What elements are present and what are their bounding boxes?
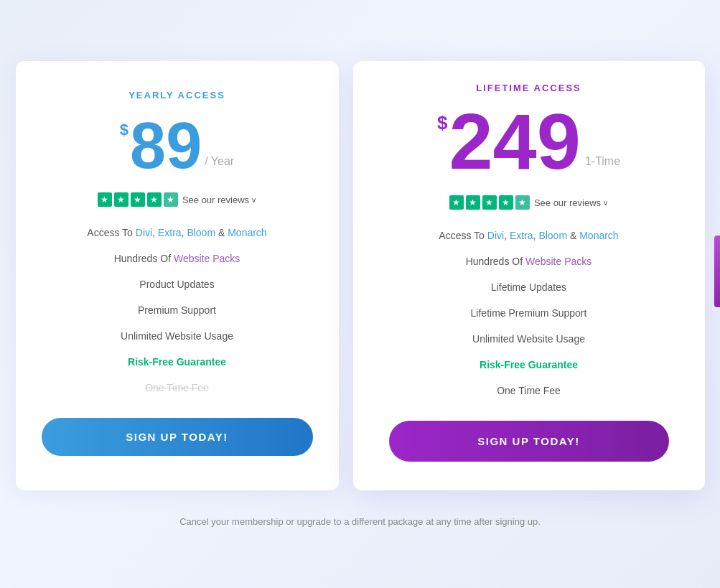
yearly-monarch-link[interactable]: Monarch [228,227,266,238]
yearly-risk-free: Risk-Free Guarantee [42,349,313,375]
lifetime-signup-button[interactable]: SIGN UP TODAY! [389,421,669,462]
lifetime-stars: ★ ★ ★ ★ ★ [449,195,530,210]
footer-note: Cancel your membership or upgrade to a d… [179,516,541,527]
yearly-label: YEARLY ACCESS [128,90,225,101]
yearly-reviews-link[interactable]: See our reviews ∨ [182,195,256,205]
lifetime-website-packs-link[interactable]: Website Packs [525,256,592,267]
lifetime-monarch-link[interactable]: Monarch [579,230,618,241]
lifetime-currency: $ [437,112,447,134]
yearly-currency: $ [120,121,128,139]
yearly-extra-link[interactable]: Extra [158,227,182,238]
star-5: ★ [164,192,178,207]
lifetime-reviews-text: See our reviews [534,197,601,208]
lifetime-website-packs: Hundreds Of Website Packs [389,248,669,274]
yearly-website-packs: Hundreds Of Website Packs [42,246,313,271]
lifetime-period: 1-Time [585,155,620,168]
yearly-chevron-icon: ∨ [251,196,256,204]
lifetime-features: Access To Divi, Extra, Bloom & Monarch H… [389,223,669,403]
yearly-reviews-text: See our reviews [182,195,249,205]
lifetime-one-time: One Time Fee [389,378,669,403]
yearly-features: Access To Divi, Extra, Bloom & Monarch H… [42,220,313,401]
lifetime-risk-free: Risk-Free Guarantee [389,352,669,378]
lifetime-bloom-link[interactable]: Bloom [538,230,567,241]
yearly-website-packs-link[interactable]: Website Packs [174,253,240,264]
lstar-4: ★ [499,195,513,210]
yearly-access-feature: Access To Divi, Extra, Bloom & Monarch [42,220,313,246]
right-edge-decoration [714,235,720,307]
yearly-stars: ★ ★ ★ ★ ★ [98,192,178,207]
lifetime-support: Lifetime Premium Support [389,300,669,326]
yearly-bloom-link[interactable]: Bloom [187,227,215,238]
lifetime-extra-link[interactable]: Extra [510,230,533,241]
lifetime-updates: Lifetime Updates [389,274,669,300]
lifetime-chevron-icon: ∨ [603,199,608,207]
yearly-product-updates: Product Updates [42,271,313,297]
lifetime-reviews-link[interactable]: See our reviews ∨ [534,197,608,208]
lifetime-price-row: $ 249 1-Time [437,102,620,181]
yearly-price-row: $ 89 / Year [120,113,234,178]
lifetime-card: LIFETIME ACCESS $ 249 1-Time ★ ★ ★ ★ ★ S… [353,61,705,490]
yearly-divi-link[interactable]: Divi [136,227,152,238]
star-4: ★ [147,192,162,207]
yearly-unlimited: Unlimited Website Usage [42,323,313,349]
lstar-2: ★ [466,195,480,210]
lifetime-divi-link[interactable]: Divi [487,230,504,241]
lifetime-price: 249 [449,102,581,181]
yearly-strikethrough: One Time Fee [42,375,313,401]
lifetime-label: LIFETIME ACCESS [476,83,581,93]
yearly-price: 89 [130,113,202,178]
yearly-card: YEARLY ACCESS $ 89 / Year ★ ★ ★ ★ ★ See … [16,61,339,490]
star-3: ★ [131,192,145,207]
yearly-premium-support: Premium Support [42,297,313,323]
lifetime-reviews-row[interactable]: ★ ★ ★ ★ ★ See our reviews ∨ [449,195,608,210]
star-2: ★ [114,192,128,207]
lstar-3: ★ [482,195,497,210]
yearly-reviews-row[interactable]: ★ ★ ★ ★ ★ See our reviews ∨ [98,192,256,207]
lstar-5: ★ [515,195,530,210]
lstar-1: ★ [449,195,464,210]
yearly-period: / Year [205,155,234,168]
yearly-signup-button[interactable]: SIGN UP TODAY! [42,418,313,456]
lifetime-unlimited: Unlimited Website Usage [389,326,669,352]
lifetime-access-feature: Access To Divi, Extra, Bloom & Monarch [389,223,669,248]
star-1: ★ [98,192,112,207]
